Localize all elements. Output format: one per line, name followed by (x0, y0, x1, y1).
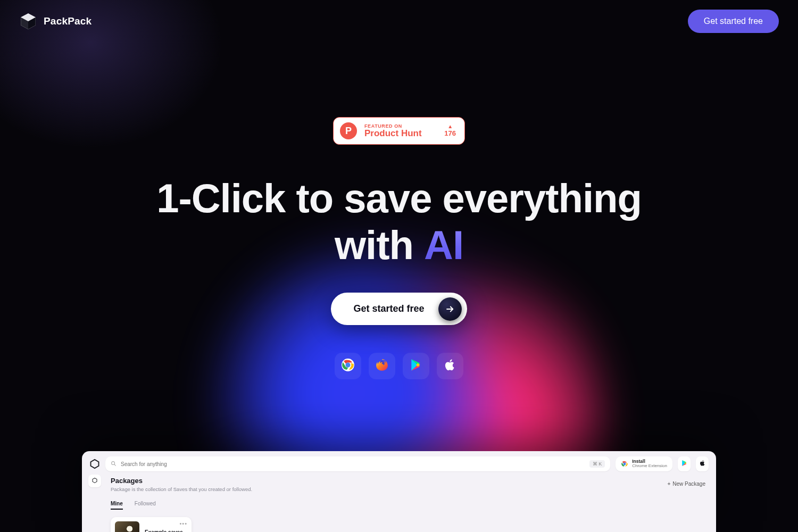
brand-name: PackPack (44, 15, 92, 27)
upvote-caret-icon: ▲ (447, 124, 453, 129)
product-hunt-badge[interactable]: P FEATURED ON Product Hunt ▲ 176 (333, 117, 465, 145)
svg-point-10 (112, 462, 115, 465)
hero-headline-line1: 1-Click to save everything (156, 176, 642, 221)
preview-new-package-label: New Package (672, 481, 705, 487)
product-hunt-text: FEATURED ON Product Hunt (364, 123, 437, 139)
brand[interactable]: PackPack (19, 12, 92, 30)
svg-marker-9 (91, 460, 99, 468)
search-icon (111, 459, 117, 469)
product-hunt-upvotes: ▲ 176 (444, 124, 456, 138)
hero-section: P FEATURED ON Product Hunt ▲ 176 1-Click… (0, 43, 798, 379)
apple-icon (699, 459, 706, 469)
preview-install-sublabel: Chrome Extension (632, 464, 667, 468)
preview-package-card[interactable]: ••• Example saves (111, 517, 192, 532)
preview-tabs: Mine Followed (111, 501, 705, 510)
package-thumbnail (115, 521, 139, 532)
preview-search[interactable]: ⌘ K (105, 456, 610, 471)
platform-apple[interactable] (437, 353, 463, 379)
google-play-icon (681, 459, 688, 469)
card-menu-icon[interactable]: ••• (179, 520, 187, 527)
product-hunt-logo-icon: P (340, 122, 357, 139)
preview-logo-icon (89, 459, 100, 469)
hero-cta-label: Get started free (353, 303, 424, 314)
preview-search-input[interactable] (121, 461, 585, 467)
header-get-started-button[interactable]: Get started free (688, 10, 779, 33)
brand-logo-icon (19, 12, 37, 30)
preview-tab-followed[interactable]: Followed (135, 501, 156, 510)
platform-chrome[interactable] (335, 353, 361, 379)
platform-links (335, 353, 463, 379)
hero-headline: 1-Click to save everything with AI (156, 177, 642, 267)
chrome-icon (621, 460, 628, 468)
app-preview-panel: ⌘ K Install Chrome Extension (82, 451, 716, 532)
google-play-icon (409, 358, 423, 374)
arrow-right-icon (438, 297, 462, 321)
firefox-icon (375, 358, 389, 374)
preview-search-shortcut: ⌘ K (589, 460, 605, 468)
preview-topbar: ⌘ K Install Chrome Extension (82, 451, 716, 476)
hero-headline-with: with (335, 222, 424, 268)
svg-line-11 (114, 464, 116, 466)
svg-point-13 (624, 463, 626, 466)
preview-sidebar-toggle[interactable] (88, 475, 101, 487)
preview-play-store-button[interactable] (678, 456, 691, 471)
preview-body: Packages Package is the collection of Sa… (82, 476, 716, 532)
hero-get-started-button[interactable]: Get started free (331, 293, 467, 325)
package-title: Example saves (145, 529, 183, 533)
product-hunt-upvote-count: 176 (444, 129, 456, 138)
platform-google-play[interactable] (403, 353, 429, 379)
preview-new-package-button[interactable]: + New Package (667, 477, 705, 487)
preview-tab-mine[interactable]: Mine (111, 501, 123, 510)
preview-app-store-button[interactable] (696, 456, 709, 471)
chrome-icon (341, 358, 355, 374)
apple-icon (443, 358, 457, 374)
preview-install-chrome[interactable]: Install Chrome Extension (616, 456, 672, 471)
product-hunt-name: Product Hunt (364, 129, 437, 139)
preview-heading: Packages (111, 477, 252, 485)
platform-firefox[interactable] (369, 353, 395, 379)
site-header: PackPack Get started free (0, 0, 798, 43)
preview-subtitle: Package is the collection of Saves that … (111, 486, 252, 492)
hero-headline-ai: AI (424, 222, 463, 268)
plus-icon: + (667, 481, 670, 487)
cube-icon (92, 476, 98, 486)
